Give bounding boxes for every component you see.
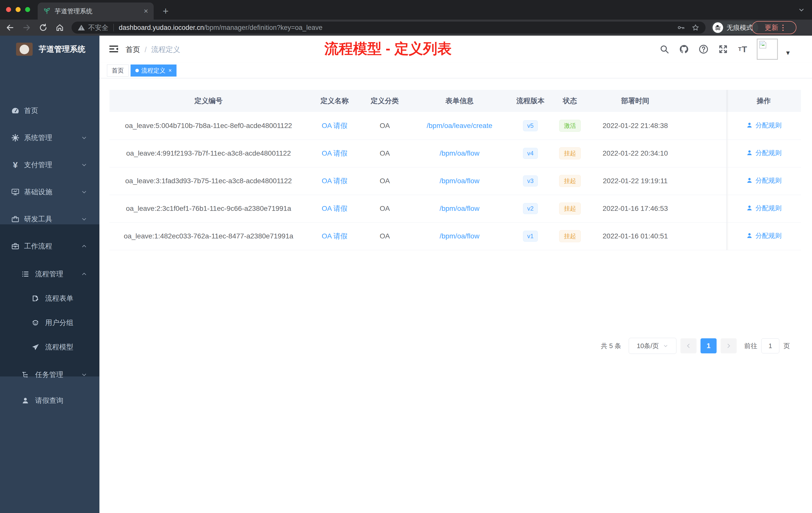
definition-name-link[interactable]: OA 请假 <box>322 232 348 240</box>
table-header-row: 定义编号 定义名称 定义分类 表单信息 流程版本 状态 部署时间 操作 <box>110 90 801 112</box>
fullscreen-icon[interactable] <box>718 44 729 55</box>
version-badge: v3 <box>523 175 538 186</box>
warning-triangle-icon <box>78 24 85 31</box>
next-page-button[interactable] <box>721 338 737 353</box>
sidebar-item-label: 流程表单 <box>45 294 73 303</box>
pagination: 共 5 条 10条/页 1 前往 页 <box>601 338 790 354</box>
close-window-button[interactable] <box>6 7 11 12</box>
assign-rule-link[interactable]: 分配规则 <box>746 204 782 213</box>
definition-name-link[interactable]: OA 请假 <box>322 149 348 157</box>
font-size-icon[interactable]: TT <box>737 44 748 55</box>
cell-category: OA <box>361 167 408 195</box>
sidebar: 芋道管理系统 首页 系统管理 ¥ 支付管理 基础设施 研发工具 <box>0 36 99 513</box>
user-avatar-broken[interactable] <box>757 39 778 60</box>
tab-search-chevron-icon[interactable] <box>798 6 805 13</box>
tag-process-definition[interactable]: 流程定义 × <box>130 64 176 77</box>
sidebar-item-infra[interactable]: 基础设施 <box>0 179 99 205</box>
col-status: 状态 <box>550 90 590 112</box>
action-label: 分配规则 <box>755 204 782 213</box>
cell-deploy-time: 2022-01-16 01:40:51 <box>590 222 680 250</box>
sidebar-item-home[interactable]: 首页 <box>0 98 99 123</box>
monitor-icon <box>11 188 20 196</box>
suitcase-icon <box>11 242 20 250</box>
user-icon <box>21 396 30 405</box>
browser-tab[interactable]: 芋道管理系统 × <box>38 2 154 20</box>
cell-definition-id: oa_leave:2:3c1f0ef1-76b1-11ec-9c66-a2380… <box>110 195 308 222</box>
forward-button[interactable] <box>21 22 33 34</box>
action-label: 分配规则 <box>755 232 782 240</box>
form-link[interactable]: /bpm/oa/flow <box>440 149 480 157</box>
tag-close-icon[interactable]: × <box>169 67 172 74</box>
assign-rule-link[interactable]: 分配规则 <box>746 149 782 157</box>
cell-deploy-time: 2022-01-22 21:48:38 <box>590 112 680 140</box>
sidebar-item-label: 工作流程 <box>24 241 52 251</box>
version-badge: v5 <box>523 120 538 131</box>
tab-close-icon[interactable]: × <box>144 7 148 15</box>
help-icon[interactable] <box>698 44 709 55</box>
browser-update-button[interactable]: 更新 <box>752 21 796 34</box>
update-label: 更新 <box>765 23 778 32</box>
version-badge: v1 <box>523 231 538 242</box>
col-filler <box>680 90 726 112</box>
table-row: oa_leave:3:1fad3d93-7b75-11ec-a3c8-acde4… <box>110 167 801 195</box>
definition-name-link[interactable]: OA 请假 <box>322 177 348 185</box>
sidebar-item-label: 首页 <box>24 106 38 116</box>
prev-page-button[interactable] <box>680 338 696 353</box>
form-link[interactable]: /bpm/oa/leave/create <box>427 122 492 129</box>
cell-definition-id: oa_leave:1:482ec033-762a-11ec-8477-a2380… <box>110 222 308 250</box>
users-icon <box>31 319 40 327</box>
cell-category: OA <box>361 112 408 140</box>
page-number-current[interactable]: 1 <box>700 338 717 353</box>
github-icon[interactable] <box>678 44 690 55</box>
col-form-info: 表单信息 <box>408 90 511 112</box>
back-button[interactable] <box>4 22 16 34</box>
home-button[interactable] <box>54 22 66 34</box>
cell-category: OA <box>361 222 408 250</box>
sidebar-toggle-icon[interactable] <box>108 43 119 55</box>
assign-rule-link[interactable]: 分配规则 <box>746 121 782 130</box>
cell-deploy-time: 2022-01-16 17:46:53 <box>590 195 680 222</box>
sidebar-item-devtools[interactable]: 研发工具 <box>0 207 99 232</box>
sidebar-item-workflow[interactable]: 工作流程 <box>0 234 99 259</box>
tag-home[interactable]: 首页 <box>107 64 128 77</box>
minimize-window-button[interactable] <box>16 7 21 12</box>
page-size-select[interactable]: 10条/页 <box>629 338 676 354</box>
breadcrumb-home[interactable]: 首页 <box>125 45 140 55</box>
bookmark-star-icon[interactable] <box>692 24 699 32</box>
definition-name-link[interactable]: OA 请假 <box>322 205 348 212</box>
browser-menu-kebab-icon[interactable] <box>782 25 784 31</box>
assign-rule-link[interactable]: 分配规则 <box>746 232 782 240</box>
address-bar[interactable]: 不安全 dashboard.yudao.iocoder.cn/bpm/manag… <box>71 22 705 34</box>
sidebar-item-process-mgmt[interactable]: 流程管理 <box>0 262 99 286</box>
avatar-caret-icon[interactable]: ▼ <box>785 50 791 57</box>
sidebar-item-label: 任务管理 <box>35 370 63 380</box>
key-icon[interactable] <box>677 24 685 32</box>
sidebar-item-label: 流程模型 <box>45 342 73 352</box>
sidebar-item-label: 研发工具 <box>24 214 52 224</box>
goto-page-input[interactable] <box>761 338 779 353</box>
breadcrumb: 首页 / 流程定义 <box>125 45 180 55</box>
form-link[interactable]: /bpm/oa/flow <box>440 205 480 212</box>
reload-button[interactable] <box>37 22 49 34</box>
new-tab-button[interactable]: + <box>163 5 169 17</box>
sidebar-item-process-form[interactable]: 流程表单 <box>0 286 99 311</box>
sidebar-item-payment[interactable]: ¥ 支付管理 <box>0 152 99 177</box>
assign-rule-link[interactable]: 分配规则 <box>746 176 782 185</box>
goto-label: 前往 <box>744 341 757 350</box>
chevron-down-icon <box>81 134 87 141</box>
sidebar-item-task-mgmt[interactable]: 任务管理 <box>0 362 99 387</box>
search-icon[interactable] <box>659 44 670 55</box>
cell-definition-id: oa_leave:4:991f2193-7b7f-11ec-a3c8-acde4… <box>110 140 308 167</box>
maximize-window-button[interactable] <box>25 7 30 12</box>
definition-name-link[interactable]: OA 请假 <box>322 122 348 129</box>
sidebar-item-process-model[interactable]: 流程模型 <box>0 335 99 360</box>
sidebar-item-system[interactable]: 系统管理 <box>0 125 99 150</box>
form-link[interactable]: /bpm/oa/flow <box>440 232 480 240</box>
chevron-down-icon <box>81 216 87 222</box>
sidebar-item-leave-query[interactable]: 请假查询 <box>0 388 99 413</box>
sidebar-item-user-group[interactable]: 用户分组 <box>0 310 99 335</box>
col-deploy-time: 部署时间 <box>590 90 680 112</box>
version-badge: v2 <box>523 203 538 214</box>
form-link[interactable]: /bpm/oa/flow <box>440 177 480 185</box>
col-process-version: 流程版本 <box>511 90 550 112</box>
